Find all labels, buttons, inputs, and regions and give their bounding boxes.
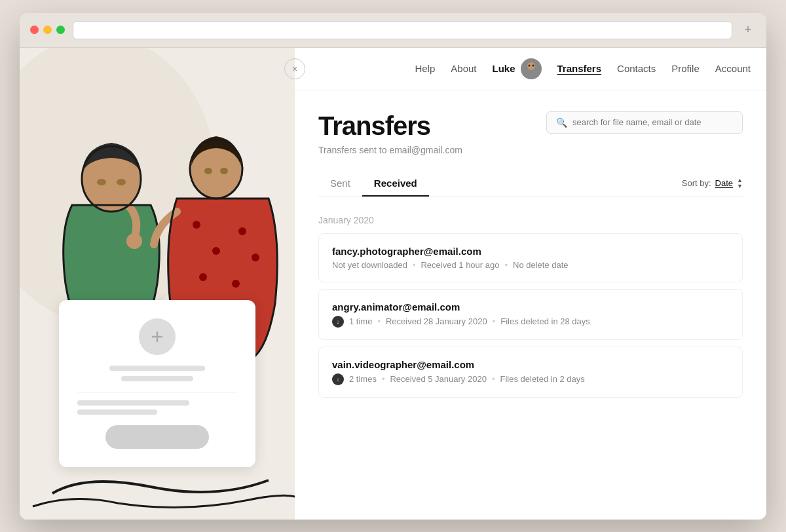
- nav-help[interactable]: Help: [415, 63, 435, 74]
- user-avatar: [521, 58, 542, 79]
- user-name: Luke: [493, 63, 515, 74]
- transfer-received-3: Received 5 January 2020: [390, 374, 486, 384]
- svg-point-12: [252, 254, 259, 261]
- svg-point-23: [532, 64, 534, 66]
- transfer-item-2[interactable]: angry.animator@email.com ↓ 1 time • Rece…: [318, 289, 743, 340]
- svg-point-5: [126, 233, 142, 249]
- search-box[interactable]: 🔍: [546, 111, 743, 134]
- meta-dot-3b: •: [492, 374, 495, 384]
- svg-point-15: [220, 168, 228, 174]
- tabs: Sent Received: [318, 171, 429, 196]
- transfer-email-1: fancy.photographer@email.com: [332, 246, 729, 257]
- tab-sent[interactable]: Sent: [318, 171, 362, 197]
- upload-line-2: [121, 376, 193, 381]
- tabs-row: Sent Received Sort by: Date ▲ ▼: [318, 171, 743, 197]
- maximize-traffic-light[interactable]: [56, 26, 65, 34]
- search-icon: 🔍: [556, 117, 567, 128]
- transfer-status-2: 1 time: [349, 316, 372, 326]
- upload-card: [59, 300, 255, 467]
- transfer-meta-1: Not yet downloaded • Received 1 hour ago…: [332, 260, 729, 270]
- page-header: Transfers Transfers sent to email@gmail.…: [318, 111, 743, 155]
- upload-line-1: [109, 366, 205, 371]
- page-title: Transfers: [318, 111, 462, 141]
- svg-point-10: [199, 273, 207, 281]
- transfer-item-3[interactable]: vain.videographer@email.com ↓ 2 times • …: [318, 347, 743, 398]
- svg-point-11: [232, 280, 240, 288]
- close-button[interactable]: ×: [284, 58, 305, 79]
- meta-dot-2a: •: [377, 316, 381, 326]
- svg-point-3: [97, 179, 106, 185]
- upload-divider: [77, 392, 237, 392]
- nav-about[interactable]: About: [451, 63, 476, 74]
- page-subtitle: Transfers sent to email@gmail.com: [318, 145, 462, 155]
- transfer-meta-2: ↓ 1 time • Received 28 January 2020 • Fi…: [332, 316, 729, 328]
- traffic-lights: [30, 26, 65, 34]
- nav-bar: Help About Luke Tr: [295, 48, 766, 90]
- svg-point-4: [117, 179, 126, 185]
- upload-avatar-icon: [139, 318, 176, 355]
- address-bar[interactable]: [73, 21, 732, 39]
- upload-placeholder-lines: [77, 366, 237, 381]
- svg-point-7: [193, 221, 200, 229]
- close-traffic-light[interactable]: [30, 26, 39, 34]
- svg-point-21: [527, 62, 535, 70]
- transfer-email-3: vain.videographer@email.com: [332, 359, 729, 370]
- svg-point-8: [212, 247, 220, 255]
- main-content: Transfers Transfers sent to email@gmail.…: [295, 90, 766, 520]
- browser-window: + we: [20, 13, 766, 520]
- transfer-status-3: 2 times: [349, 374, 377, 384]
- nav-contacts[interactable]: Contacts: [617, 63, 656, 74]
- sort-arrows[interactable]: ▲ ▼: [737, 178, 743, 189]
- upload-line-3: [77, 400, 189, 406]
- meta-dot-1a: •: [413, 260, 416, 270]
- svg-point-9: [238, 227, 246, 235]
- search-input[interactable]: [572, 117, 733, 127]
- tab-received[interactable]: Received: [362, 171, 429, 197]
- meta-dot-3a: •: [382, 374, 385, 384]
- sort-row: Sort by: Date ▲ ▼: [682, 178, 743, 189]
- svg-point-14: [204, 168, 212, 174]
- nav-account[interactable]: Account: [715, 63, 751, 74]
- svg-point-22: [528, 64, 530, 66]
- left-panel: we: [20, 48, 295, 520]
- month-label: January 2020: [318, 215, 743, 225]
- meta-dot-1b: •: [504, 260, 508, 270]
- transfer-delete-2: Files deleted in 28 days: [500, 316, 590, 326]
- transfer-meta-3: ↓ 2 times • Received 5 January 2020 • Fi…: [332, 373, 729, 385]
- new-tab-button[interactable]: +: [740, 22, 756, 38]
- transfer-delete-1: No delete date: [513, 260, 569, 270]
- transfer-delete-3: Files deleted in 2 days: [500, 374, 584, 384]
- user-info: Luke: [493, 58, 542, 79]
- transfer-received-2: Received 28 January 2020: [386, 316, 487, 326]
- upload-line-4: [77, 409, 157, 415]
- app-content: we: [20, 48, 766, 520]
- download-badge-3: ↓: [332, 373, 344, 385]
- transfer-email-2: angry.animator@email.com: [332, 301, 729, 313]
- nav-transfers[interactable]: Transfers: [557, 63, 602, 74]
- transfer-item-1[interactable]: fancy.photographer@email.com Not yet dow…: [318, 233, 743, 282]
- sort-label: Sort by:: [682, 178, 711, 188]
- transfer-received-1: Received 1 hour ago: [421, 260, 499, 270]
- nav-profile[interactable]: Profile: [671, 63, 700, 74]
- sort-value[interactable]: Date: [715, 178, 733, 188]
- download-badge-2: ↓: [332, 316, 344, 328]
- meta-dot-2b: •: [493, 316, 496, 326]
- upload-button-placeholder: [105, 425, 210, 449]
- right-panel: × Help About Luke: [295, 48, 766, 520]
- page-title-area: Transfers Transfers sent to email@gmail.…: [318, 111, 462, 155]
- browser-chrome: +: [20, 13, 766, 48]
- transfer-status-1: Not yet downloaded: [332, 260, 407, 270]
- minimize-traffic-light[interactable]: [43, 26, 52, 34]
- svg-point-20: [523, 71, 539, 79]
